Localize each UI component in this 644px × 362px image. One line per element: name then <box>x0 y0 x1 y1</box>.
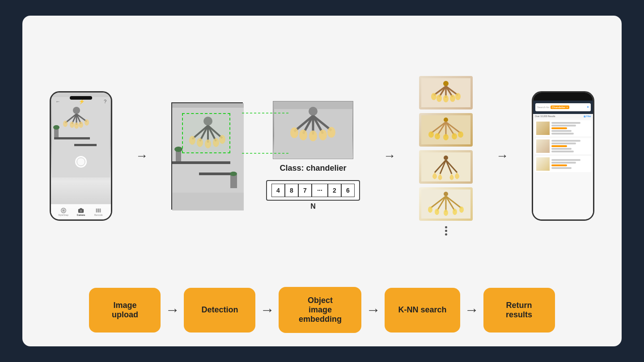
svg-point-65 <box>443 81 449 86</box>
svg-point-60 <box>309 130 317 141</box>
dot-3 <box>445 233 447 236</box>
svg-point-10 <box>70 122 74 128</box>
result-line-10 <box>551 162 576 164</box>
knn-item-4-svg <box>421 189 470 219</box>
detection-bounding-box <box>182 113 230 153</box>
svg-point-71 <box>431 93 436 100</box>
svg-rect-1 <box>54 137 90 139</box>
result-text-2 <box>551 140 580 152</box>
flow-arrow-1: → <box>165 302 179 318</box>
svg-rect-30 <box>172 161 230 164</box>
svg-rect-24 <box>97 208 98 212</box>
result-thumb-2 <box>536 139 550 153</box>
results-filter-bar: Over 10,000 Results ▦ Filter <box>533 114 593 118</box>
flow-label-return: Return results <box>506 301 532 320</box>
room-image <box>52 97 110 177</box>
top-section: ← ⚡ ? <box>40 29 604 282</box>
svg-point-21 <box>80 210 82 212</box>
search-for-label: Search for <box>537 106 550 109</box>
knn-result-2 <box>419 113 473 147</box>
prime-filter-label: ▦ Filter <box>584 115 592 118</box>
result-price-1 <box>551 127 567 129</box>
flow-arrow-4: → <box>465 302 479 318</box>
result-line-5 <box>551 140 580 142</box>
flow-arrow-2: → <box>260 302 274 318</box>
svg-point-9 <box>63 121 68 127</box>
svg-rect-19 <box>62 209 64 211</box>
svg-point-15 <box>53 125 59 130</box>
phone-results: Search for Chandelier × + Over 10,000 Re… <box>532 91 594 221</box>
flow-box-knn: K-NN search <box>385 288 460 333</box>
phone-screen: ← ⚡ ? <box>51 93 111 219</box>
flow-label-image-upload: Image upload <box>112 301 138 320</box>
result-item-3 <box>535 156 591 172</box>
knn-item-2-svg <box>421 115 470 144</box>
result-text-1 <box>551 122 580 135</box>
arrow-4: → <box>496 149 508 163</box>
result-line-1 <box>551 122 580 124</box>
svg-point-87 <box>458 131 463 138</box>
dot-2 <box>445 230 447 232</box>
knn-item-3-svg <box>421 152 470 181</box>
result-item-1 <box>535 120 591 136</box>
arrow-1: → <box>136 149 148 163</box>
knn-results-section <box>419 76 473 236</box>
result-text-3 <box>551 159 580 169</box>
search-bar[interactable]: Search for Chandelier × + <box>535 103 591 111</box>
help-icon: ? <box>104 99 106 105</box>
svg-point-12 <box>79 122 83 128</box>
svg-point-11 <box>74 122 79 129</box>
phone2-notch <box>554 95 572 98</box>
results-count: Over 10,000 Results <box>535 115 555 118</box>
svg-point-77 <box>444 118 448 122</box>
results-list <box>533 118 593 219</box>
embed-val-2: 8 <box>285 184 298 197</box>
svg-rect-25 <box>98 208 99 212</box>
camera-icon[interactable]: Camera <box>76 207 85 216</box>
embed-ellipsis: ··· <box>312 184 328 197</box>
result-line-4 <box>551 133 574 135</box>
svg-rect-23 <box>96 208 97 212</box>
detection-image-container <box>171 102 243 210</box>
svg-rect-47 <box>172 193 244 210</box>
arrow-3: → <box>383 149 396 163</box>
search-plus[interactable]: + <box>587 105 589 109</box>
svg-point-44 <box>174 147 182 152</box>
svg-point-86 <box>452 133 457 139</box>
svg-rect-27 <box>100 208 101 212</box>
svg-rect-2 <box>74 144 97 146</box>
svg-point-62 <box>327 127 335 138</box>
result-item-2 <box>535 138 591 154</box>
knn-result-4 <box>419 187 473 221</box>
embed-val-1: 4 <box>271 184 285 197</box>
phone-bottom-bar: StyleSnap Camera Barcode <box>51 204 111 219</box>
dot-1 <box>445 226 447 228</box>
knn-result-1 <box>419 76 473 109</box>
results-header: Search for Chandelier × + <box>533 101 593 114</box>
svg-point-58 <box>290 127 298 138</box>
flow-label-detection: Detection <box>201 305 238 315</box>
svg-point-83 <box>428 131 434 138</box>
detection-section <box>171 102 243 210</box>
phone-notch <box>70 96 92 100</box>
result-line-9 <box>551 159 580 161</box>
svg-rect-22 <box>80 208 82 209</box>
svg-point-3 <box>73 107 80 114</box>
svg-point-13 <box>85 119 89 126</box>
embed-val-3: 7 <box>298 184 312 197</box>
result-line-8 <box>551 151 574 152</box>
svg-rect-45 <box>230 175 237 188</box>
flow-label-embedding: Object image embedding <box>299 296 342 324</box>
svg-rect-26 <box>99 208 100 212</box>
knn-result-3 <box>419 150 473 184</box>
svg-point-101 <box>428 206 432 213</box>
embedding-vector: 4 8 7 ··· 2 6 <box>266 180 360 201</box>
bottom-flow-section: Image upload → Detection → Object image … <box>40 282 604 333</box>
flow-box-detection: Detection <box>184 288 255 333</box>
embed-val-n1: 2 <box>328 184 341 197</box>
phone2-notch-area <box>533 93 593 101</box>
svg-point-73 <box>443 95 449 102</box>
svg-point-61 <box>319 130 327 140</box>
knn-item-1-svg <box>421 78 470 107</box>
result-thumb-1 <box>536 122 550 135</box>
